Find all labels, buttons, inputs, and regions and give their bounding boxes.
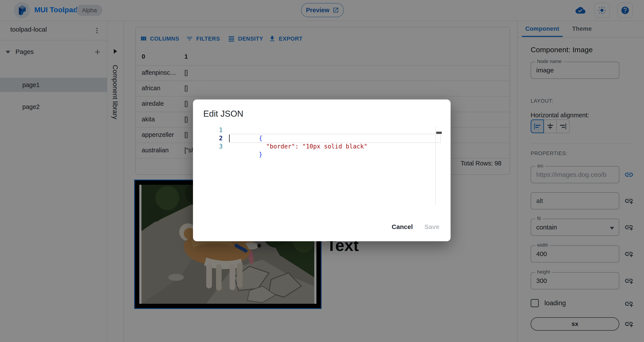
save-button-disabled[interactable]: Save bbox=[424, 223, 440, 230]
cancel-button[interactable]: Cancel bbox=[392, 223, 413, 230]
line-number: 3 bbox=[212, 142, 222, 151]
line-number: 1 bbox=[212, 126, 222, 134]
overview-ruler-cursor-mark bbox=[436, 132, 442, 134]
code-line-3: } bbox=[230, 142, 262, 167]
dialog-title: Edit JSON bbox=[203, 109, 244, 119]
json-code-editor[interactable]: 1 2 3 { "border": "10px solid black" } bbox=[193, 126, 450, 206]
mui-toolpad-app: MUI Toolpad Alpha Preview bbox=[0, 0, 644, 342]
editor-ruler-line bbox=[435, 126, 436, 205]
text-cursor bbox=[229, 135, 230, 142]
line-number-active: 2 bbox=[212, 134, 222, 142]
edit-json-dialog: Edit JSON 1 2 3 { "border": "10px solid … bbox=[193, 100, 450, 241]
